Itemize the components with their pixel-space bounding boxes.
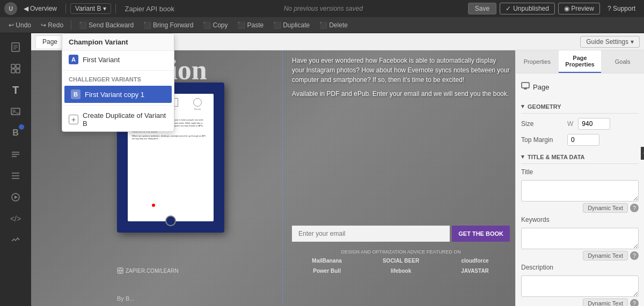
sidebar-item-b[interactable]: B	[6, 123, 25, 143]
canvas-email-input[interactable]	[292, 226, 450, 242]
svg-marker-17	[14, 196, 18, 199]
keywords-dynamic-row: Dynamic Text ?	[521, 251, 639, 260]
sidebar-item-page[interactable]	[6, 38, 25, 57]
sidebar-item-lines[interactable]	[6, 166, 25, 185]
variant-dropdown: Champion Variant A First Variant Challen…	[62, 33, 174, 132]
title-help-icon[interactable]: ?	[630, 204, 639, 212]
variant-b-letter: B	[71, 89, 80, 99]
back-arrow-icon: ◀	[24, 5, 28, 12]
chevron-icon: ▾	[103, 5, 106, 12]
sidebar-item-play[interactable]	[6, 188, 25, 207]
canvas-email-submit[interactable]: GET THE BOOK	[452, 226, 510, 242]
title-label: Title	[521, 168, 564, 176]
unpublished-button[interactable]: ✓ Unpublished	[500, 3, 555, 14]
monitor-icon	[521, 82, 530, 92]
top-margin-input[interactable]	[567, 134, 599, 146]
copy-button[interactable]: ⬛ Copy	[199, 20, 232, 31]
dropdown-header: Champion Variant	[62, 34, 174, 51]
support-button[interactable]: ? Support	[603, 3, 640, 14]
guide-settings-button[interactable]: Guide Settings ▾	[580, 36, 640, 48]
dropdown-divider	[62, 70, 174, 71]
canvas-logo-3: cloudforce	[440, 258, 510, 264]
overview-button[interactable]: ◀ Overview	[19, 3, 61, 14]
title-prop-row: Title	[521, 168, 639, 176]
top-bar-actions: Save ✓ Unpublished ◉ Preview ? Support	[468, 3, 640, 14]
sidebar-item-thumb[interactable]	[6, 230, 25, 250]
tab-goals[interactable]: Goals	[601, 50, 644, 73]
left-sidebar: T B </> ‹	[0, 33, 31, 306]
variant-a-letter: A	[69, 55, 78, 64]
variant-selector[interactable]: Variant B ▾	[70, 3, 111, 14]
sidebar-item-image[interactable]	[6, 102, 25, 121]
canvas-book-button	[165, 215, 176, 226]
tab-page-properties[interactable]: Page Properties	[559, 50, 602, 73]
toolbar-sep	[71, 20, 71, 30]
canvas-right-main-text: Have you ever wondered how Facebook is a…	[292, 56, 510, 85]
right-panel-tabs: Properties Page Properties Goals	[516, 50, 644, 73]
app-logo[interactable]: U	[4, 2, 17, 15]
tab-page[interactable]: Page	[35, 35, 64, 48]
size-row: Size W	[521, 118, 639, 130]
edit-toolbar: ↩ Undo ↪ Redo ⬛ Send Backward ⬛ Bring Fo…	[0, 17, 644, 33]
undo-button[interactable]: ↩ Undo	[4, 20, 35, 31]
top-margin-label: Top Margin	[521, 136, 564, 144]
svg-rect-7	[16, 69, 20, 73]
dropdown-item-copy-label: First Variant copy 1	[85, 91, 144, 99]
description-dynamic-text-button[interactable]: Dynamic Text	[583, 298, 628, 306]
duplicate-button[interactable]: ⬛ Duplicate	[269, 20, 314, 31]
page-indicator: Page	[521, 79, 639, 95]
tab-properties[interactable]: Properties	[516, 50, 559, 73]
versions-status: No previous versions saved	[181, 5, 466, 12]
sidebar-item-grid[interactable]	[6, 59, 25, 78]
geometry-section-header[interactable]: ▾ GEOMETRY	[521, 100, 639, 114]
top-margin-row: Top Margin	[521, 134, 639, 146]
canvas-logo-2: SOCIAL BEER	[366, 258, 436, 264]
keywords-textarea[interactable]	[521, 228, 639, 249]
dropdown-item-first-variant[interactable]: A First Variant	[62, 51, 174, 68]
canvas-logo-1: MailBanana	[292, 258, 362, 264]
sidebar-item-text[interactable]: T	[6, 80, 25, 100]
right-panel-content: Page ▾ GEOMETRY Size W Top Margin	[516, 73, 644, 306]
chevron-down-icon-2: ▾	[521, 153, 524, 160]
svg-rect-20	[522, 83, 529, 88]
title-textarea[interactable]	[521, 180, 639, 201]
size-input[interactable]	[578, 118, 610, 130]
canvas-blue-line	[282, 50, 283, 306]
page-title: Zapier API book	[125, 5, 174, 13]
sidebar-collapse-arrow[interactable]: ‹	[641, 147, 644, 160]
keywords-prop-row: Keywords	[521, 216, 639, 223]
title-meta-header-label: TITLE & META DATA	[528, 154, 585, 160]
page-label: Page	[533, 83, 549, 91]
dropdown-add-label: Create Duplicate of Variant B	[83, 111, 167, 128]
keywords-dynamic-text-button[interactable]: Dynamic Text	[583, 251, 628, 260]
save-button[interactable]: Save	[468, 3, 496, 14]
svg-rect-4	[11, 64, 15, 68]
description-textarea[interactable]	[521, 275, 639, 297]
dropdown-item-create-duplicate[interactable]: + Create Duplicate of Variant B	[62, 108, 174, 131]
keywords-help-icon[interactable]: ?	[630, 251, 639, 260]
canvas-logo-4: Power Bull	[292, 268, 362, 274]
preview-button[interactable]: ◉ Preview	[558, 3, 600, 14]
copy-icon: ⬛	[203, 21, 211, 29]
canvas-logo-6: JAVASTAR	[440, 268, 510, 274]
separator2	[115, 4, 116, 13]
redo-button[interactable]: ↪ Redo	[36, 20, 68, 31]
paste-button[interactable]: ⬛ Paste	[233, 20, 268, 31]
description-label: Description	[521, 264, 564, 271]
canvas-available-text: Available in PDF and ePub. Enter your em…	[292, 89, 510, 99]
description-help-icon[interactable]: ?	[630, 299, 639, 306]
send-backward-button[interactable]: ⬛ Send Backward	[75, 20, 138, 31]
dropdown-item-first-variant-copy[interactable]: B First Variant copy 1	[64, 86, 172, 103]
send-backward-icon: ⬛	[79, 21, 87, 29]
bring-forward-button[interactable]: ⬛ Bring Forward	[139, 20, 197, 31]
size-label: Size	[521, 120, 564, 128]
delete-button[interactable]: ⬛ Delete	[315, 20, 352, 31]
dropdown-item-first-variant-label: First Variant	[83, 56, 120, 64]
bring-forward-icon: ⬛	[143, 21, 151, 29]
sidebar-item-code[interactable]: </>	[6, 209, 25, 228]
canvas-right-text: Have you ever wondered how Facebook is a…	[292, 56, 510, 99]
title-meta-section-header[interactable]: ▾ TITLE & META DATA	[521, 150, 639, 164]
separator	[65, 4, 66, 13]
title-dynamic-text-button[interactable]: Dynamic Text	[583, 203, 628, 213]
sidebar-item-list[interactable]	[6, 145, 25, 164]
